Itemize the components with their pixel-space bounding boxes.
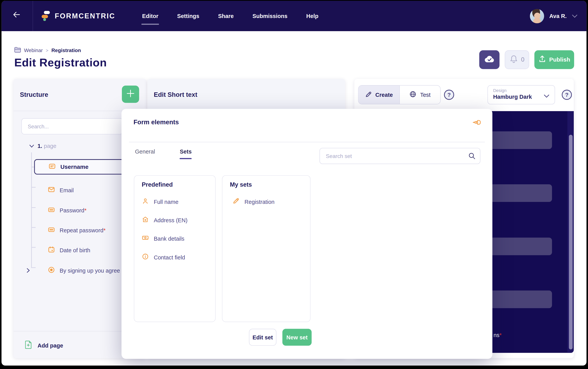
brand-name: FORMCENTRIC — [55, 12, 115, 20]
predefined-title: Predefined — [142, 181, 173, 188]
bell-icon — [510, 54, 518, 65]
publish-button[interactable]: Publish — [534, 50, 574, 69]
formcentric-logo-icon — [42, 11, 50, 21]
test-label: Test — [420, 92, 430, 98]
preview-scrollbar-thumb[interactable] — [569, 135, 573, 349]
nav-link-editor[interactable]: Editor — [141, 10, 159, 21]
nav-link-help[interactable]: Help — [305, 10, 319, 21]
notifications-button[interactable]: 0 — [505, 50, 529, 69]
plus-icon — [126, 89, 135, 99]
modal-title: Form elements — [133, 119, 179, 126]
design-help-button[interactable]: ? — [562, 90, 572, 100]
tree-item-label: Email — [59, 187, 74, 193]
my-sets-title: My sets — [230, 181, 252, 188]
header-actions: 0 Publish — [479, 50, 574, 69]
set-item-label: Registration — [245, 198, 274, 205]
top-navbar: FORMCENTRIC Editor Settings Share Submis… — [1, 1, 587, 31]
person-icon — [142, 197, 149, 206]
modal-tabs: General Sets — [135, 148, 192, 159]
set-item-label: Full name — [154, 198, 178, 205]
design-select-label: Design — [493, 88, 549, 93]
required-mark: * — [103, 227, 106, 234]
add-page-label: Add page — [38, 342, 63, 348]
pencil-icon — [365, 91, 372, 99]
tab-general[interactable]: General — [135, 148, 155, 159]
create-label: Create — [375, 92, 393, 98]
screen: FORMCENTRIC Editor Settings Share Submis… — [0, 0, 588, 369]
mode-switch: Create Test — [358, 85, 441, 104]
breadcrumb-registration: Registration — [51, 48, 81, 53]
divider — [129, 142, 485, 142]
home-icon — [142, 216, 149, 224]
tree-item-repeat-password[interactable]: Repeat password* — [34, 223, 105, 238]
tree-item-date-of-birth[interactable]: Date of birth — [34, 242, 90, 258]
avatar — [530, 9, 544, 23]
tree-item-email[interactable]: Email — [34, 182, 74, 198]
preview-clipped-label: ns* — [493, 332, 501, 338]
structure-title: Structure — [20, 91, 48, 99]
add-page-button[interactable]: Add page — [25, 336, 63, 354]
pencil-icon — [232, 197, 240, 206]
cloud-check-icon — [484, 54, 495, 65]
set-item-registration[interactable]: Registration — [232, 195, 274, 208]
back-button[interactable] — [10, 9, 23, 22]
set-search-input[interactable] — [320, 148, 480, 164]
calendar-icon — [48, 246, 55, 255]
search-icon — [469, 152, 476, 161]
help-button[interactable]: ? — [444, 90, 454, 100]
chevron-right-icon[interactable] — [27, 268, 30, 273]
tree-item-label: Password* — [59, 207, 87, 214]
add-element-button[interactable] — [122, 86, 139, 103]
form-elements-modal: Form elements General Sets Pre — [121, 109, 492, 359]
short-text-icon — [48, 163, 56, 172]
tab-sets[interactable]: Sets — [180, 148, 191, 159]
nav-link-settings[interactable]: Settings — [176, 10, 200, 21]
globe-icon — [409, 90, 417, 99]
structure-search-input[interactable] — [21, 118, 123, 134]
saved-cloud-button[interactable] — [479, 50, 500, 69]
tree-item-label: By signing up you agree to — [59, 267, 126, 274]
app-window: FORMCENTRIC Editor Settings Share Submis… — [1, 1, 587, 366]
pushpin-icon — [472, 122, 482, 128]
tree-item-password[interactable]: Password* — [34, 203, 87, 218]
user-menu[interactable]: Ava R. — [530, 1, 577, 31]
tree-page-row[interactable]: 1. page — [29, 143, 56, 149]
nav-link-submissions[interactable]: Submissions — [252, 10, 288, 21]
brand-logo[interactable]: FORMCENTRIC — [42, 1, 115, 31]
publish-label: Publish — [549, 56, 570, 63]
edit-set-button[interactable]: Edit set — [249, 329, 276, 346]
required-mark: * — [84, 207, 87, 214]
password-icon — [48, 206, 55, 215]
tree-item-label: Username — [60, 164, 88, 170]
chevron-down-icon — [572, 13, 578, 19]
design-select-value: Hamburg Dark — [493, 93, 549, 100]
folder-icon — [14, 47, 21, 54]
set-item-contact-field[interactable]: Contact field — [142, 251, 185, 264]
tree-item-consent[interactable]: By signing up you agree to — [34, 263, 126, 278]
editor-title: Edit Short text — [154, 91, 197, 99]
set-item-bank-details[interactable]: Bank details — [142, 232, 184, 245]
page-plus-icon — [25, 340, 32, 350]
test-tab[interactable]: Test — [400, 86, 440, 104]
required-mark: * — [500, 332, 501, 338]
tree-item-label: Date of birth — [59, 247, 90, 253]
set-item-full-name[interactable]: Full name — [142, 195, 178, 208]
notification-count: 0 — [521, 56, 524, 63]
create-tab[interactable]: Create — [358, 86, 399, 104]
page-number: 1. — [38, 143, 42, 149]
back-arrow-icon — [12, 10, 21, 20]
set-item-address[interactable]: Address (EN) — [142, 214, 188, 226]
email-icon — [48, 186, 55, 195]
chevron-down-icon — [544, 93, 549, 100]
breadcrumb-webinar[interactable]: Webinar — [24, 48, 43, 53]
page-label: page — [44, 143, 57, 149]
predefined-sets-box: Predefined Full name Address (EN) Bank d… — [134, 175, 216, 322]
tree-guide-line — [31, 152, 32, 267]
question-mark-icon: ? — [447, 92, 451, 98]
pin-button[interactable] — [472, 118, 482, 128]
design-select[interactable]: Design Hamburg Dark — [487, 85, 555, 104]
set-item-label: Contact field — [154, 254, 185, 260]
nav-link-share[interactable]: Share — [217, 10, 235, 21]
new-set-button[interactable]: New set — [282, 329, 312, 346]
page-title: Edit Registration — [14, 56, 107, 69]
